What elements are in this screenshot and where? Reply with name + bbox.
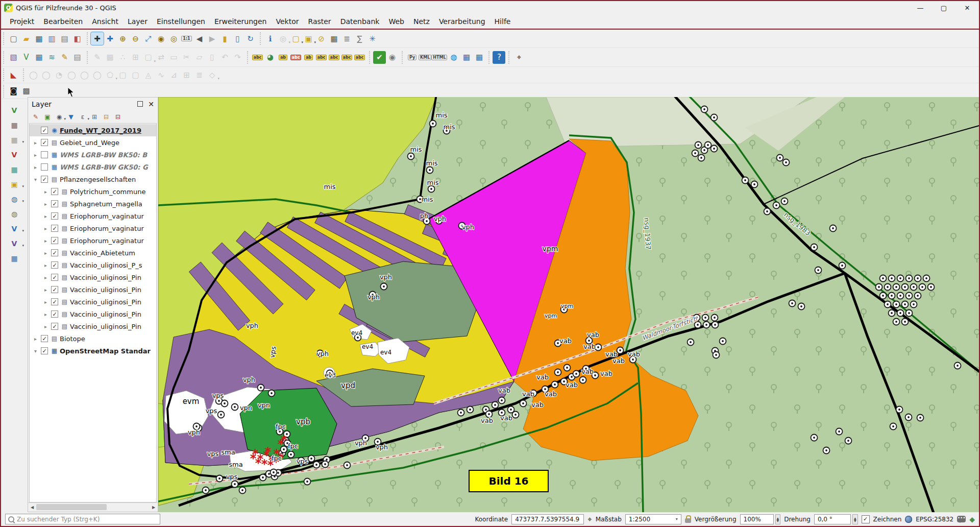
expander-icon[interactable]: ▾ (32, 348, 39, 354)
find-point[interactable] (880, 293, 887, 299)
find-point[interactable] (889, 275, 895, 282)
layer-row-eriophorum-vaginatur[interactable]: ▸✓▤Eriophorum_vaginatur (30, 222, 156, 234)
filter-legend-icon[interactable]: ▼ (66, 112, 76, 122)
layer-row-vaccinio-uliginosi-pin[interactable]: ▸✓▤Vaccinio_uliginosi_Pin (30, 320, 156, 332)
menu-web[interactable]: Web (384, 15, 409, 28)
menu-netz[interactable]: Netz (409, 15, 434, 28)
expander-icon[interactable]: ▾ (32, 177, 39, 182)
filter-by-expression-icon[interactable]: ε (78, 112, 88, 122)
add-oracle-layer-icon[interactable]: ▦ (8, 252, 20, 265)
find-point[interactable] (880, 275, 887, 282)
find-point[interactable] (695, 142, 702, 149)
find-point[interactable] (430, 121, 436, 127)
new-virtual-layer-icon[interactable]: ▣ (8, 178, 20, 190)
add-delimited-text-icon[interactable]: ✎ (58, 51, 71, 64)
layer-row-pflanzengesellschaften[interactable]: ▾✓▤Pflanzengesellschaften (30, 173, 156, 185)
find-point[interactable] (720, 338, 726, 345)
find-point[interactable] (702, 315, 709, 321)
find-point[interactable] (906, 310, 913, 317)
menu-einstellungen[interactable]: Einstellungen (152, 15, 210, 28)
find-point[interactable] (499, 397, 505, 404)
find-point[interactable] (492, 402, 499, 409)
new-mesh-layer-icon[interactable]: ▦ (8, 163, 20, 176)
add-wcs-layer-icon[interactable]: ◍ (8, 208, 20, 220)
find-point[interactable] (512, 412, 519, 418)
raster-auswahl-icon[interactable]: ▩ (20, 85, 33, 98)
find-point[interactable] (781, 198, 788, 205)
scale-lock-icon[interactable] (685, 518, 691, 523)
find-point[interactable] (705, 142, 712, 149)
copy-features-icon[interactable]: ▱ (193, 51, 206, 64)
expander-icon[interactable]: ▸ (42, 250, 50, 256)
new-bookmark-icon[interactable]: ▮ (218, 32, 231, 45)
layer-visibility-checkbox[interactable]: ✓ (51, 225, 58, 232)
find-point[interactable] (917, 415, 924, 421)
find-point[interactable] (897, 275, 904, 282)
scroll-left-icon[interactable]: ◀ (28, 505, 36, 510)
new-project-icon[interactable]: ▢ (7, 32, 20, 45)
find-point[interactable] (428, 186, 435, 193)
map-annotation-bild16[interactable]: Bild 16 (469, 470, 548, 492)
find-point[interactable] (839, 262, 846, 269)
find-point[interactable] (905, 414, 912, 421)
find-point[interactable] (595, 344, 602, 351)
help-contents-icon[interactable]: ? (493, 51, 505, 64)
layer-visibility-checkbox[interactable]: ✓ (51, 237, 58, 244)
mesh-digitizing-icon[interactable]: ◣ (7, 68, 20, 81)
find-point[interactable] (408, 153, 414, 160)
find-point[interactable] (902, 319, 909, 325)
ellipse-center-icon[interactable]: ◯ (65, 68, 78, 81)
select-features-icon[interactable]: ▢ (289, 32, 302, 45)
find-point[interactable] (344, 462, 351, 469)
circle-3points-icon[interactable]: ◯ (40, 68, 53, 81)
layer-visibility-checkbox[interactable]: ✓ (51, 212, 58, 220)
zoom-last-icon[interactable]: ◀ (193, 32, 206, 45)
find-point[interactable] (520, 400, 527, 407)
zoom-native-icon[interactable]: 1:1 (180, 32, 193, 45)
layer-visibility-checkbox[interactable]: ✓ (51, 188, 58, 195)
curve-tool-icon[interactable]: ∿ (155, 68, 167, 81)
find-point[interactable] (216, 475, 223, 482)
find-point[interactable] (923, 275, 930, 282)
new-temporary-layer-icon[interactable]: ▦ (8, 134, 20, 146)
regular-polygon-icon[interactable]: ⬠ (104, 68, 116, 81)
layer-row-eriophorum-vaginatur[interactable]: ▸✓▤Eriophorum_vaginatur (30, 234, 156, 247)
find-point[interactable] (902, 301, 909, 308)
find-point[interactable] (218, 412, 225, 418)
style-manager-icon[interactable]: ◧ (71, 32, 84, 45)
find-point[interactable] (698, 155, 705, 161)
zoom-in-icon[interactable]: ⊕ (116, 32, 129, 45)
rectangle-3points-icon[interactable]: ▢ (129, 68, 142, 81)
extent-toggle-icon[interactable]: ⌖ (587, 515, 592, 524)
find-point[interactable] (580, 377, 586, 384)
menu-projekt[interactable]: Projekt (5, 15, 39, 28)
panel-float-icon[interactable] (137, 101, 143, 107)
circle-tangent-icon[interactable]: ◯ (91, 68, 104, 81)
find-point[interactable] (268, 390, 275, 397)
find-point[interactable] (911, 284, 917, 291)
zoom-out-icon[interactable]: ⊖ (129, 32, 142, 45)
highlight-pinned-labels-icon[interactable]: abc (289, 51, 302, 64)
layer-visibility-checkbox[interactable]: ✓ (41, 139, 48, 146)
layer-row-sphagnetum-magella[interactable]: ▸✓▤Sphagnetum_magella (30, 198, 156, 210)
add-raster-layer-icon[interactable]: ▦ (33, 51, 45, 64)
expander-icon[interactable]: ▸ (42, 213, 50, 219)
find-point[interactable] (811, 435, 818, 441)
find-point[interactable] (954, 363, 961, 369)
delete-selected-icon[interactable]: ▭ (167, 51, 180, 64)
find-point[interactable] (564, 365, 571, 371)
expander-icon[interactable]: ▸ (42, 226, 50, 231)
menu-raster[interactable]: Raster (303, 15, 335, 28)
export-kml-icon[interactable]: KML (419, 51, 431, 64)
statistical-summary-icon[interactable]: ∑ (353, 32, 366, 45)
find-point[interactable] (773, 202, 780, 209)
layout-manager-icon[interactable]: ▤ (58, 32, 71, 45)
menu-hilfe[interactable]: Hilfe (490, 15, 516, 28)
find-point[interactable] (288, 451, 295, 458)
select-by-expression-icon[interactable]: ▣ (302, 32, 315, 45)
expander-icon[interactable]: ▸ (42, 262, 50, 268)
layer-visibility-checkbox[interactable]: ✓ (51, 298, 58, 305)
export-html-icon[interactable]: HTML (431, 51, 447, 64)
layer-row-funde-wt-2017-2019[interactable]: ✓◉Funde_WT_2017_2019 (30, 124, 156, 136)
scroll-right-icon[interactable]: ▶ (150, 505, 158, 510)
